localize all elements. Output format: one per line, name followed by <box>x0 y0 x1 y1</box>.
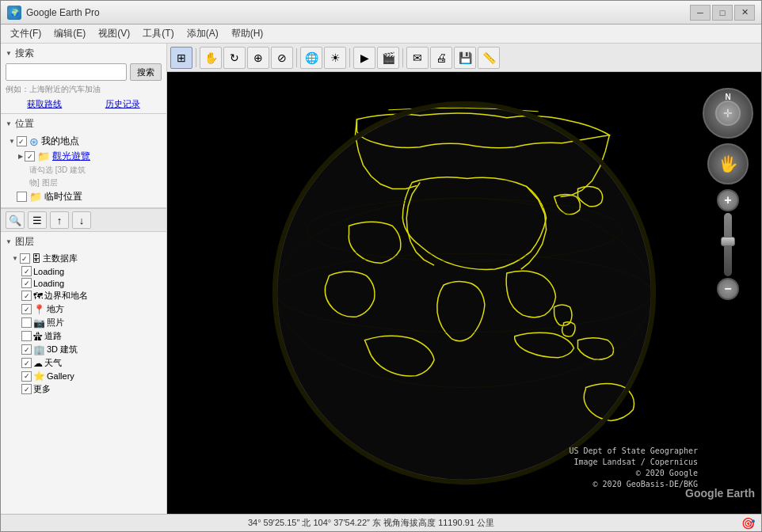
positions-header[interactable]: ▼ 位置 <box>6 117 162 131</box>
layer-loading2[interactable]: Loading <box>6 277 162 289</box>
menu-file[interactable]: 文件(F) <box>4 25 48 42</box>
gps-icon[interactable]: 🎯 <box>741 517 755 530</box>
down-ctrl-btn[interactable]: ↓ <box>72 211 91 229</box>
tb-pan-btn[interactable]: ✋ <box>200 47 222 69</box>
places-checkbox[interactable] <box>21 304 32 314</box>
history-link[interactable]: 历史记录 <box>105 98 140 110</box>
photos-checkbox[interactable] <box>21 317 32 328</box>
zoom-out-btn[interactable]: − <box>717 278 739 300</box>
tb-zoom-area-btn[interactable]: ⊕ <box>247 47 269 69</box>
weather-label: 天气 <box>44 357 62 369</box>
more-label: 更多 <box>33 383 51 395</box>
weather-checkbox[interactable] <box>21 358 32 368</box>
layer-photos[interactable]: 📷 照片 <box>6 316 162 329</box>
sightseeing-item[interactable]: ▶ 📁 觀光遊覽 <box>6 149 162 164</box>
temp-places-item[interactable]: 📁 临时位置 <box>6 189 162 204</box>
minimize-button[interactable]: ─ <box>690 5 711 21</box>
close-button[interactable]: ✕ <box>734 5 755 21</box>
search-links: 获取路线 历史记录 <box>6 98 162 110</box>
tb-globe-btn[interactable]: ⊞ <box>170 47 192 69</box>
up-ctrl-btn[interactable]: ↑ <box>50 211 69 229</box>
zoom-track[interactable] <box>724 213 732 276</box>
google-earth-watermark: Google Earth <box>685 487 755 500</box>
tb-print-btn[interactable]: 🖨 <box>430 47 452 69</box>
tb-measure-btn[interactable]: 📏 <box>478 47 500 69</box>
maximize-button[interactable]: □ <box>712 5 733 21</box>
more-checkbox[interactable] <box>21 384 32 394</box>
list-ctrl-btn[interactable]: ☰ <box>28 211 47 229</box>
places-label: 地方 <box>47 303 64 315</box>
3d-hint-item2: 物] 图层 <box>6 177 162 189</box>
layer-main-db[interactable]: ▼ 🗄 主数据库 <box>6 252 162 265</box>
tb-tilt-btn[interactable]: ⊘ <box>271 47 293 69</box>
tilt-control[interactable]: 🖐 <box>707 143 749 184</box>
zoom-control: + − <box>717 189 739 300</box>
layer-borders[interactable]: 🗺 边界和地名 <box>6 289 162 302</box>
globe-area[interactable]: N ✛ 🖐 + − <box>167 72 761 514</box>
search-label: 搜索 <box>15 47 34 60</box>
layer-weather[interactable]: ☁ 天气 <box>6 356 162 370</box>
zoom-thumb[interactable] <box>721 237 735 246</box>
get-directions-link[interactable]: 获取路线 <box>27 98 62 110</box>
zoom-in-btn[interactable]: + <box>717 189 739 211</box>
layer-roads[interactable]: 🛣 道路 <box>6 329 162 343</box>
toolbar-sep1 <box>196 48 196 67</box>
my-places-item[interactable]: ▼ ⊛ 我的地点 <box>6 134 162 149</box>
my-places-arrow: ▼ <box>9 138 15 145</box>
menu-help[interactable]: 帮助(H) <box>225 25 270 42</box>
gallery-checkbox[interactable] <box>21 371 32 382</box>
tb-movie-btn[interactable]: 🎬 <box>377 47 399 69</box>
search-button[interactable]: 搜索 <box>130 63 162 81</box>
tb-save-btn[interactable]: 💾 <box>454 47 476 69</box>
sightseeing-checkbox[interactable] <box>25 151 35 162</box>
layers-section: ▼ 图层 ▼ 🗄 主数据库 Loading <box>1 232 166 514</box>
tb-rotate-btn[interactable]: ↻ <box>223 47 246 69</box>
tb-email-btn[interactable]: ✉ <box>406 47 429 69</box>
search-header[interactable]: ▼ 搜索 <box>6 47 162 60</box>
compass-icon: ✛ <box>723 107 733 120</box>
toolbar-sep3 <box>349 48 350 67</box>
layer-more[interactable]: 更多 <box>6 382 162 396</box>
my-places-checkbox[interactable] <box>17 136 27 146</box>
3d-buildings-checkbox[interactable] <box>21 344 32 355</box>
layer-gallery[interactable]: ⭐ Gallery <box>6 370 162 382</box>
temp-places-checkbox[interactable] <box>17 192 27 202</box>
tb-tour-btn[interactable]: ▶ <box>353 47 375 69</box>
tb-sun-btn[interactable]: ☀ <box>324 47 346 69</box>
sightseeing-label: 觀光遊覽 <box>52 150 90 163</box>
borders-icon: 🗺 <box>33 291 43 302</box>
menu-edit[interactable]: 编辑(E) <box>48 25 92 42</box>
layer-3d-buildings[interactable]: 🏢 3D 建筑 <box>6 343 162 356</box>
main-db-checkbox[interactable] <box>20 253 30 264</box>
tb-grid-btn[interactable]: 🌐 <box>300 47 322 69</box>
layer-loading1[interactable]: Loading <box>6 265 162 277</box>
borders-checkbox[interactable] <box>21 291 32 301</box>
overlay-line1: US Dept of State Geographer <box>569 446 698 457</box>
toolbar-sep4 <box>402 48 403 67</box>
photos-icon: 📷 <box>33 317 45 329</box>
globe-overlay-text: US Dept of State Geographer Image Landsa… <box>569 446 698 490</box>
layers-scroll[interactable]: ▼ 🗄 主数据库 Loading Loading <box>6 252 162 396</box>
menu-add[interactable]: 添加(A) <box>181 25 225 42</box>
layers-label: 图层 <box>15 235 34 249</box>
nav-controls: N ✛ 🖐 + − <box>703 88 753 300</box>
layers-header[interactable]: ▼ 图层 <box>6 235 162 249</box>
positions-triangle: ▼ <box>6 120 12 127</box>
menu-tools[interactable]: 工具(T) <box>136 25 180 42</box>
toolbar: ⊞ ✋ ↻ ⊕ ⊘ 🌐 ☀ ▶ 🎬 ✉ 🖨 💾 📏 <box>167 44 761 72</box>
menu-view[interactable]: 视图(V) <box>92 25 136 42</box>
roads-checkbox[interactable] <box>21 331 32 341</box>
compass-n-label: N <box>725 93 730 101</box>
compass-center[interactable]: ✛ <box>715 101 741 126</box>
tilt-icon: 🖐 <box>718 154 738 173</box>
loading1-checkbox[interactable] <box>21 266 32 276</box>
search-ctrl-btn[interactable]: 🔍 <box>6 211 25 229</box>
layer-places[interactable]: 📍 地方 <box>6 302 162 316</box>
search-input[interactable] <box>6 63 127 81</box>
loading2-checkbox[interactable] <box>21 278 32 288</box>
map-controls-bar: 🔍 ☰ ↑ ↓ <box>1 208 167 232</box>
3d-buildings-icon: 🏢 <box>33 344 45 355</box>
3d-hint-item: 请勾选 [3D 建筑 <box>6 164 162 177</box>
compass[interactable]: N ✛ <box>703 88 753 139</box>
3d-hint-label2: 物] 图层 <box>29 177 58 188</box>
